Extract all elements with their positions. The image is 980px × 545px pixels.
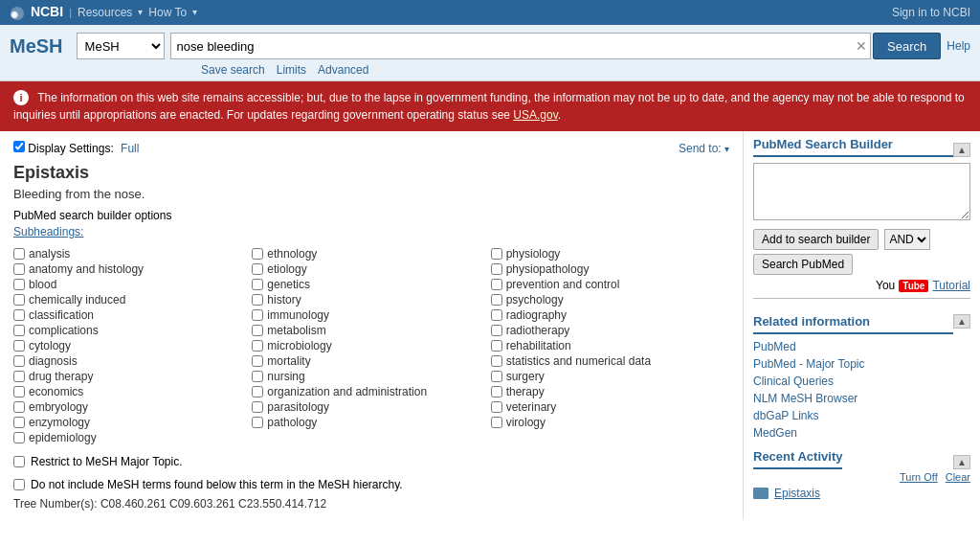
builder-textarea[interactable] (753, 163, 970, 220)
subheading-checkbox[interactable] (491, 309, 502, 321)
subheading-checkbox[interactable] (491, 401, 502, 413)
subheading-checkbox[interactable] (491, 340, 502, 352)
recent-scroll-up[interactable]: ▲ (953, 455, 970, 469)
subheadings-col-0: analysisanatomy and histologybloodchemic… (13, 246, 252, 445)
list-item: veterinary (491, 399, 729, 415)
restrict-checkbox[interactable] (13, 456, 25, 467)
subheading-checkbox[interactable] (13, 401, 25, 413)
subheading-checkbox[interactable] (13, 432, 25, 443)
list-item: radiotherapy (491, 323, 729, 338)
resources-link[interactable]: Resources (78, 6, 132, 19)
subheading-checkbox[interactable] (13, 294, 25, 306)
builder-scroll-up[interactable]: ▲ (953, 143, 970, 157)
subheading-label: physiopathology (506, 262, 590, 276)
subheading-checkbox[interactable] (13, 279, 25, 290)
subheading-checkbox[interactable] (252, 417, 263, 428)
tutorial-link[interactable]: Tutorial (932, 279, 970, 292)
subheading-checkbox[interactable] (491, 279, 502, 290)
search-input[interactable] (170, 33, 872, 59)
subheading-checkbox[interactable] (13, 371, 25, 382)
subheading-label: rehabilitation (506, 339, 571, 352)
subheading-label: ethnology (267, 247, 317, 261)
list-item: etiology (252, 261, 490, 277)
clear-search-button[interactable]: ✕ (856, 38, 867, 54)
subheading-checkbox[interactable] (252, 355, 263, 367)
list-item: classification (13, 307, 252, 323)
limits-link[interactable]: Limits (277, 63, 306, 77)
subheading-checkbox[interactable] (491, 371, 502, 382)
howto-link[interactable]: How To (148, 6, 187, 19)
signin-link[interactable]: Sign in to NCBI (892, 6, 970, 19)
svg-text:◉: ◉ (11, 10, 18, 19)
subheading-checkbox[interactable] (252, 294, 263, 306)
related-info-link[interactable]: NLM MeSH Browser (753, 390, 970, 407)
subheading-checkbox[interactable] (491, 325, 502, 336)
subheading-checkbox[interactable] (13, 340, 25, 352)
subheading-checkbox[interactable] (252, 325, 263, 336)
subheadings-link[interactable]: Subheadings: (13, 225, 83, 238)
related-info-link[interactable]: PubMed - Major Topic (753, 355, 970, 373)
display-settings-checkbox[interactable] (13, 141, 25, 152)
advanced-link[interactable]: Advanced (318, 63, 368, 77)
search-pubmed-button[interactable]: Search PubMed (753, 254, 853, 275)
subheading-checkbox[interactable] (491, 294, 502, 306)
subheading-label: parasitology (267, 400, 329, 414)
subheading-label: prevention and control (506, 278, 620, 291)
subheading-checkbox[interactable] (252, 263, 263, 275)
display-full-link[interactable]: Full (121, 142, 139, 155)
subheading-checkbox[interactable] (491, 386, 502, 397)
subheading-checkbox[interactable] (252, 248, 263, 260)
list-item: surgery (491, 369, 729, 384)
related-info-link[interactable]: PubMed (753, 338, 970, 355)
do-not-include-checkbox[interactable] (13, 479, 25, 490)
send-to[interactable]: Send to: ▾ (679, 142, 729, 155)
info-banner: i The information on this web site remai… (0, 81, 980, 131)
subheading-label: mortality (267, 354, 310, 368)
search-database-select[interactable]: MeSH PubMed Books Nucleotide (77, 33, 165, 59)
help-link[interactable]: Help (947, 39, 970, 53)
list-item: parasitology (252, 399, 490, 415)
related-info-link[interactable]: Clinical Queries (753, 373, 970, 390)
save-search-link[interactable]: Save search (201, 63, 265, 77)
list-item: prevention and control (491, 277, 729, 292)
subheading-checkbox[interactable] (252, 340, 263, 352)
list-item: metabolism (252, 323, 490, 338)
related-info-link[interactable]: MedGen (753, 424, 970, 442)
howto-dropdown-icon: ▾ (192, 7, 197, 17)
subheading-checkbox[interactable] (252, 279, 263, 290)
list-item: radiography (491, 307, 729, 323)
subheading-checkbox[interactable] (252, 401, 263, 413)
subheading-checkbox[interactable] (252, 309, 263, 321)
subheading-checkbox[interactable] (13, 248, 25, 260)
related-scroll-up[interactable]: ▲ (953, 314, 970, 329)
subheading-label: drug therapy (29, 370, 93, 383)
and-or-select[interactable]: AND OR NOT (884, 229, 930, 250)
subheading-checkbox[interactable] (491, 248, 502, 260)
recent-item-link[interactable]: Epistaxis (774, 487, 820, 500)
subheading-label: statistics and numerical data (506, 354, 651, 368)
term-title: Epistaxis (13, 163, 729, 183)
subheading-checkbox[interactable] (13, 325, 25, 336)
subheading-checkbox[interactable] (491, 417, 502, 428)
search-button[interactable]: Search (873, 33, 941, 59)
subheading-label: surgery (506, 370, 545, 383)
subheading-checkbox[interactable] (252, 371, 263, 382)
subheading-checkbox[interactable] (252, 386, 263, 397)
subheading-checkbox[interactable] (13, 417, 25, 428)
recent-activity-title: Recent Activity (753, 449, 842, 469)
subheading-checkbox[interactable] (13, 263, 25, 275)
related-info-link[interactable]: dbGaP Links (753, 407, 970, 424)
subheading-checkbox[interactable] (13, 309, 25, 321)
subheading-label: psychology (506, 293, 564, 307)
turn-off-link[interactable]: Turn Off (900, 471, 938, 483)
subheading-label: radiography (506, 308, 567, 322)
subheading-checkbox[interactable] (491, 263, 502, 275)
subheading-checkbox[interactable] (13, 386, 25, 397)
send-to-dropdown-icon: ▾ (724, 144, 729, 154)
list-item: complications (13, 323, 252, 338)
subheading-checkbox[interactable] (13, 355, 25, 367)
clear-link[interactable]: Clear (946, 471, 970, 483)
subheading-checkbox[interactable] (491, 355, 502, 367)
add-to-search-builder-button[interactable]: Add to search builder (753, 229, 879, 250)
usa-gov-link[interactable]: USA.gov (513, 108, 557, 122)
